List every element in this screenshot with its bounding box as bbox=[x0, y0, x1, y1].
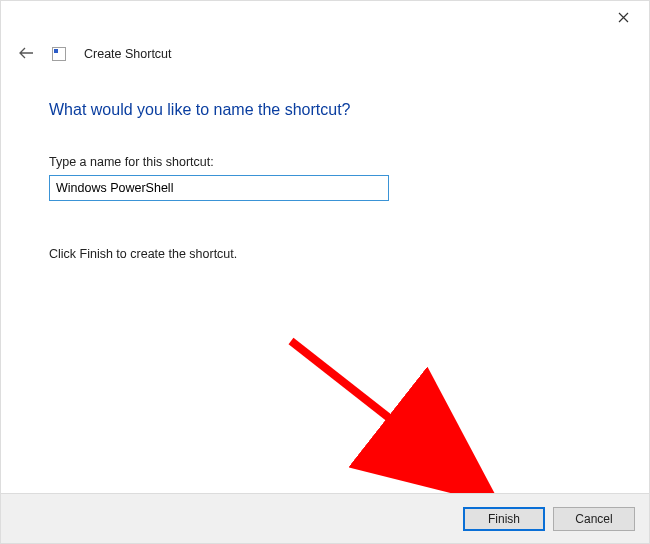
page-heading: What would you like to name the shortcut… bbox=[49, 101, 601, 119]
wizard-footer: Finish Cancel bbox=[1, 493, 649, 543]
cancel-button[interactable]: Cancel bbox=[553, 507, 635, 531]
shortcut-icon bbox=[52, 47, 66, 61]
shortcut-name-label: Type a name for this shortcut: bbox=[49, 155, 601, 169]
annotation-arrow-icon bbox=[281, 331, 521, 511]
instruction-text: Click Finish to create the shortcut. bbox=[49, 247, 601, 261]
wizard-body: What would you like to name the shortcut… bbox=[49, 101, 601, 261]
wizard-title: Create Shortcut bbox=[84, 47, 172, 61]
close-button[interactable] bbox=[603, 3, 643, 31]
shortcut-name-input[interactable] bbox=[49, 175, 389, 201]
wizard-header: Create Shortcut bbox=[18, 45, 172, 63]
finish-button[interactable]: Finish bbox=[463, 507, 545, 531]
back-arrow-icon[interactable] bbox=[18, 45, 34, 63]
svg-line-1 bbox=[291, 341, 476, 486]
